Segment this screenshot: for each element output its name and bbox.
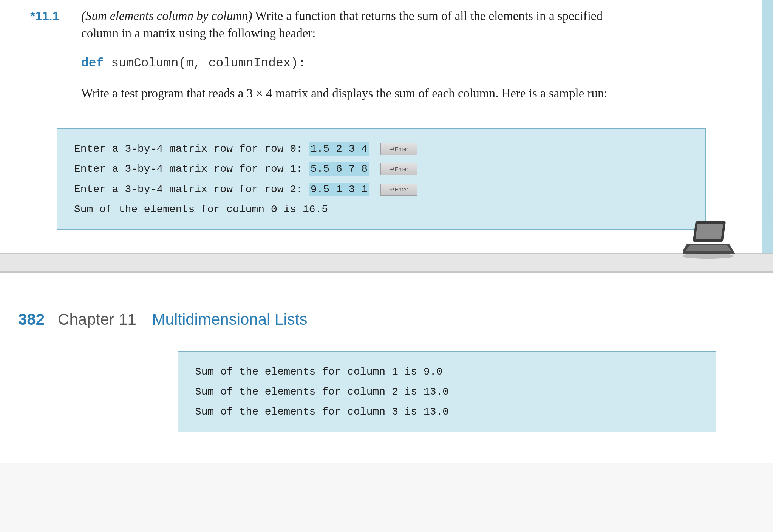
laptop-icon — [683, 219, 736, 261]
sample-output: Sum of the elements for column 1 is 9.0 — [195, 362, 699, 382]
enter-key-icon: ↵Enter — [380, 184, 417, 196]
enter-key-icon: ↵Enter — [380, 143, 417, 155]
page-bottom: 382 Chapter 11 Multidimensional Lists Su… — [0, 273, 773, 463]
sample-line: Enter a 3-by-4 matrix row for row 2: 9.5… — [74, 179, 688, 199]
sample-run-box-1: Enter a 3-by-4 matrix row for row 0: 1.5… — [57, 128, 706, 230]
sample-output: Sum of the elements for column 2 is 13.0 — [195, 382, 699, 402]
function-signature: def sumColumn(m, columnIndex): — [81, 55, 634, 72]
user-input: 5.5 6 7 8 — [309, 162, 369, 176]
problem-number: *11.1 — [30, 8, 59, 25]
svg-rect-1 — [695, 224, 723, 239]
sample-line: Enter a 3-by-4 matrix row for row 1: 5.5… — [74, 159, 688, 179]
chapter-header: 382 Chapter 11 Multidimensional Lists — [18, 310, 773, 328]
problem-title: (Sum elements column by column) — [81, 9, 252, 23]
user-input: 9.5 1 3 1 — [309, 183, 369, 196]
signature-rest: sumColumn(m, columnIndex): — [104, 56, 306, 70]
problem-desc-2: Write a test program that reads a 3 × 4 … — [81, 85, 634, 102]
chapter-label: Chapter 11 — [58, 310, 136, 328]
sample-run-box-2: Sum of the elements for column 1 is 9.0 … — [178, 351, 716, 433]
page-number: 382 — [18, 310, 45, 328]
chapter-title: Multidimensional Lists — [152, 310, 308, 328]
svg-point-2 — [683, 253, 734, 259]
sample-output: Sum of the elements for column 3 is 13.0 — [195, 402, 699, 422]
keyword-def: def — [81, 56, 104, 70]
prompt-text: Enter a 3-by-4 matrix row for row 1: — [74, 163, 309, 175]
sample-line: Enter a 3-by-4 matrix row for row 0: 1.5… — [74, 139, 688, 159]
user-input: 1.5 2 3 4 — [309, 142, 369, 156]
prompt-text: Enter a 3-by-4 matrix row for row 2: — [74, 184, 309, 195]
prompt-text: Enter a 3-by-4 matrix row for row 0: — [74, 143, 309, 155]
page-gap — [0, 253, 773, 273]
problem-block: *11.1 (Sum elements column by column) Wr… — [81, 8, 634, 102]
enter-key-icon: ↵Enter — [380, 163, 417, 175]
page-top: *11.1 (Sum elements column by column) Wr… — [0, 0, 773, 253]
sample-output: Sum of the elements for column 0 is 16.5 — [74, 199, 688, 219]
